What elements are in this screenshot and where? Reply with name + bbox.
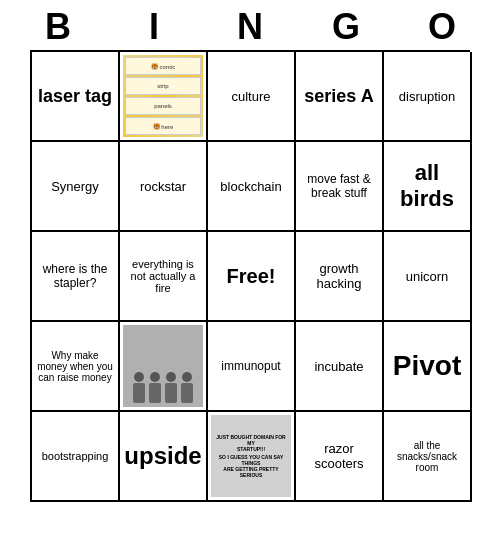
cell-b4: Why make money when you can raise money <box>32 322 120 412</box>
cell-o2: all birds <box>384 142 472 232</box>
cell-n3: Free! <box>208 232 296 322</box>
cell-g1: series A <box>296 52 384 142</box>
cell-b2: Synergy <box>32 142 120 232</box>
cell-b1: laser tag <box>32 52 120 142</box>
cell-g2: move fast & break stuff <box>296 142 384 232</box>
person-2 <box>149 372 161 403</box>
cell-o4: Pivot <box>384 322 472 412</box>
cell-b3: where is the stapler? <box>32 232 120 322</box>
letter-n: N <box>206 6 294 48</box>
letter-g: G <box>302 6 390 48</box>
cell-i5: upside <box>120 412 208 502</box>
person-3 <box>165 372 177 403</box>
cell-i4 <box>120 322 208 412</box>
cell-g3: growth hacking <box>296 232 384 322</box>
cell-i2: rockstar <box>120 142 208 232</box>
letter-o: O <box>398 6 486 48</box>
cell-n5: JUST BOUGHT DOMAIN FOR MYSTARTUP!!! SO I… <box>208 412 296 502</box>
comic-image: 🐯 comic strip panels 🐯 here <box>123 55 203 137</box>
bingo-grid: laser tag 🐯 comic strip panels 🐯 here cu… <box>30 50 470 502</box>
cell-i3: everything is not actually a fire <box>120 232 208 322</box>
letter-b: B <box>14 6 102 48</box>
cell-o3: unicorn <box>384 232 472 322</box>
cell-o5: all the snacks/snack room <box>384 412 472 502</box>
cell-g5: razor scooters <box>296 412 384 502</box>
startup-meme-image: JUST BOUGHT DOMAIN FOR MYSTARTUP!!! SO I… <box>211 415 291 497</box>
person-4 <box>181 372 193 403</box>
people-image <box>123 325 203 407</box>
cell-b5: bootstrapping <box>32 412 120 502</box>
cell-n1: culture <box>208 52 296 142</box>
cell-n4: immunoput <box>208 322 296 412</box>
person-1 <box>133 372 145 403</box>
cell-g4: incubate <box>296 322 384 412</box>
letter-i: I <box>110 6 198 48</box>
bingo-header: B I N G O <box>10 0 490 50</box>
cell-n2: blockchain <box>208 142 296 232</box>
cell-i1: 🐯 comic strip panels 🐯 here <box>120 52 208 142</box>
cell-o1: disruption <box>384 52 472 142</box>
